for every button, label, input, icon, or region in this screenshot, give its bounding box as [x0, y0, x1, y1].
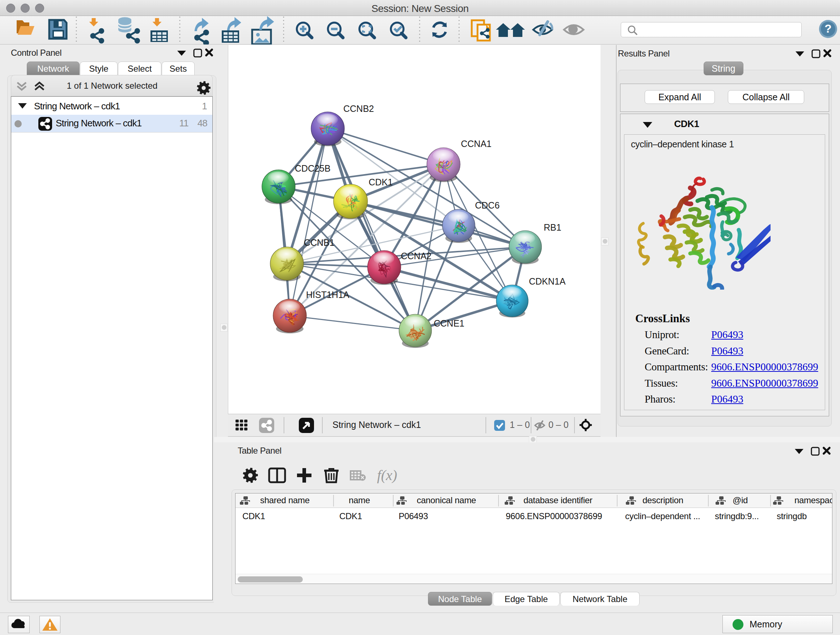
svg-text:CDK1: CDK1 [369, 177, 393, 187]
svg-text:CCNE1: CCNE1 [434, 318, 464, 328]
svg-text:CCNB2: CCNB2 [343, 103, 374, 114]
svg-text:CCNA1: CCNA1 [461, 139, 492, 149]
svg-text:?: ? [824, 22, 832, 35]
svg-text:1 – 0: 1 – 0 [510, 420, 530, 430]
svg-text:f(x): f(x) [377, 467, 397, 483]
svg-text:CCNA2: CCNA2 [401, 251, 431, 261]
svg-text:CDKN1A: CDKN1A [529, 276, 566, 287]
svg-text:CDC25B: CDC25B [295, 163, 331, 173]
svg-text:String Network – cdk1: String Network – cdk1 [332, 420, 421, 430]
svg-text:RB1: RB1 [544, 222, 561, 233]
svg-text:CDC6: CDC6 [475, 200, 500, 211]
svg-text:0 – 0: 0 – 0 [548, 420, 569, 430]
svg-text:CCNB1: CCNB1 [304, 238, 335, 248]
svg-text:HIST1H1A: HIST1H1A [306, 290, 349, 300]
